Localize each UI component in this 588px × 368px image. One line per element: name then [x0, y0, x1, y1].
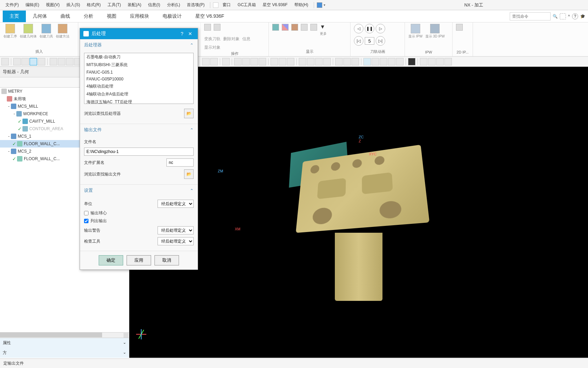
tb-icon[interactable] — [271, 58, 278, 65]
menu-tools[interactable]: 工具(T) — [105, 1, 124, 9]
list-item[interactable]: 4轴联动后处理 — [84, 82, 193, 90]
tb-icon[interactable] — [21, 58, 29, 65]
save-icon[interactable] — [317, 2, 322, 8]
tb-icon[interactable] — [222, 58, 230, 65]
tb-icon[interactable] — [307, 58, 314, 65]
tb-icon[interactable] — [279, 58, 286, 65]
viewport-3d[interactable]: ZC Z XYC ZM XM — [129, 67, 588, 358]
tb-icon[interactable] — [396, 58, 404, 65]
menu-edit[interactable]: 编辑(E) — [23, 1, 42, 9]
postprocessor-list[interactable]: 石墨电极-自动换刀MITSUBISHI-三菱系统FANUC-G05.1FANUC… — [84, 53, 194, 104]
play-first-button[interactable]: |◁ — [354, 36, 363, 46]
btn-info[interactable]: 信息 — [242, 36, 250, 42]
play-pause-button[interactable]: ❚❚ — [365, 24, 374, 33]
tb-icon[interactable] — [1, 58, 9, 65]
section-settings[interactable]: 设置⌃ — [80, 185, 198, 196]
display-icon-4[interactable] — [301, 24, 308, 31]
direction-header[interactable]: 方⌄ — [0, 348, 129, 358]
play-last-button[interactable]: ▷| — [376, 36, 385, 46]
help-icon[interactable]: ? — [572, 13, 578, 19]
tb-icon[interactable] — [30, 58, 37, 65]
grad-icon[interactable]: 🎓 — [580, 14, 585, 19]
tb-icon[interactable] — [13, 58, 21, 65]
warn-select[interactable]: 经后处理定义 — [158, 226, 194, 234]
tb-icon[interactable] — [66, 58, 74, 65]
btn-show[interactable]: 显示对象 — [204, 45, 220, 50]
display-icon-3[interactable] — [291, 24, 298, 31]
section-postprocessor[interactable]: 后处理器⌃ — [80, 39, 198, 51]
tab-appmodule[interactable]: 应用模块 — [123, 11, 156, 22]
search-input[interactable] — [510, 12, 551, 20]
btn-delete[interactable]: 删除对象 — [223, 36, 240, 42]
tb-icon[interactable] — [259, 58, 266, 65]
show-ipw-button[interactable]: 显示 IPW — [408, 24, 423, 39]
help-button[interactable]: ? — [178, 30, 186, 38]
tb-icon[interactable] — [242, 58, 250, 65]
tb-icon[interactable] — [352, 58, 359, 65]
chk-ballcenter[interactable]: 输出球心 — [84, 209, 194, 217]
tab-analysis[interactable]: 分析 — [77, 11, 100, 22]
play-prev-button[interactable]: ◁ — [354, 24, 363, 33]
tab-electrode[interactable]: 电极设计 — [156, 11, 189, 22]
tab-view[interactable]: 视图 — [100, 11, 123, 22]
tab-home[interactable]: 主页 — [3, 11, 26, 22]
tb-icon[interactable] — [58, 58, 65, 65]
tb-icon[interactable] — [408, 58, 415, 65]
tb-icon[interactable] — [388, 58, 395, 65]
close-button[interactable]: ✕ — [186, 30, 194, 38]
tb-icon[interactable] — [50, 58, 57, 65]
list-item[interactable]: FANUC-G05.1 — [84, 69, 193, 76]
play-next-button[interactable]: ▷ — [376, 24, 385, 33]
tb-icon[interactable] — [436, 58, 444, 65]
props-header[interactable]: 属性⌄ — [0, 338, 129, 348]
menu-assembly[interactable]: 装配(A) — [125, 1, 144, 9]
display-icon-5[interactable] — [310, 24, 317, 31]
menu-info[interactable]: 信息(I) — [145, 1, 163, 9]
filename-input[interactable] — [84, 148, 194, 156]
list-item[interactable]: 4轴联动合并A值后处理 — [84, 90, 193, 98]
tb-icon[interactable] — [299, 58, 306, 65]
menu-gctoolbox[interactable]: GC工具箱 — [235, 1, 259, 9]
apply-button[interactable]: 应用 — [127, 255, 151, 265]
window-icon[interactable] — [213, 2, 218, 8]
menu-help[interactable]: 帮助(H) — [292, 1, 311, 9]
tb-icon[interactable] — [363, 58, 371, 65]
dialog-titlebar[interactable]: ⚙ 后处理 ? ✕ — [80, 28, 198, 39]
tab-starsky[interactable]: 星空 V6.936F — [189, 11, 231, 22]
list-item[interactable]: MITSUBISHI-三菱系统 — [84, 61, 193, 69]
speed-input[interactable] — [365, 37, 374, 45]
tab-geometry[interactable]: 几何体 — [26, 11, 54, 22]
section-outputfile[interactable]: 输出文件⌃ — [80, 124, 198, 136]
fullscreen-icon[interactable] — [560, 13, 566, 19]
more-button[interactable]: ▼更多 — [320, 24, 327, 36]
list-item[interactable]: 海德汉五轴AC_TT后处理 — [84, 98, 193, 104]
search-icon[interactable]: 🔍 — [553, 14, 558, 19]
menu-analysis[interactable]: 分析(L) — [164, 1, 183, 9]
tb-icon[interactable] — [335, 58, 343, 65]
ext-input[interactable] — [166, 158, 194, 167]
tb-icon[interactable] — [315, 58, 323, 65]
chevron-up-icon[interactable]: ^ — [568, 14, 570, 19]
unit-select[interactable]: 经后处理定义 — [158, 200, 194, 208]
tb-icon[interactable] — [380, 58, 387, 65]
btn-transform[interactable]: 变换刀轨 — [204, 36, 220, 42]
cancel-button[interactable]: 取消 — [154, 255, 179, 265]
tool-select[interactable]: 经后处理定义 — [158, 237, 194, 245]
tb-icon[interactable] — [323, 58, 331, 65]
tb-icon[interactable] — [420, 58, 427, 65]
tb-icon[interactable] — [343, 58, 351, 65]
menu-view[interactable]: 视图(V) — [43, 1, 62, 9]
menu-starsky[interactable]: 星空 V6.936F — [260, 1, 290, 9]
ok-button[interactable]: 确定 — [99, 255, 123, 265]
tab-curve[interactable]: 曲线 — [54, 11, 77, 22]
browse-pp-button[interactable]: 📂 — [184, 109, 194, 118]
menu-file[interactable]: 文件(F) — [3, 1, 21, 9]
list-item[interactable]: 石墨电极-自动换刀 — [84, 53, 193, 61]
tb-icon[interactable] — [250, 58, 258, 65]
tb-icon[interactable] — [428, 58, 436, 65]
tb-icon[interactable] — [38, 58, 45, 65]
menu-window[interactable]: 窗口 — [220, 1, 233, 9]
scrollbar[interactable] — [0, 332, 129, 338]
tb-icon[interactable] — [210, 58, 218, 65]
show-3d-ipw-button[interactable]: 显示 3D IPW — [425, 24, 445, 39]
